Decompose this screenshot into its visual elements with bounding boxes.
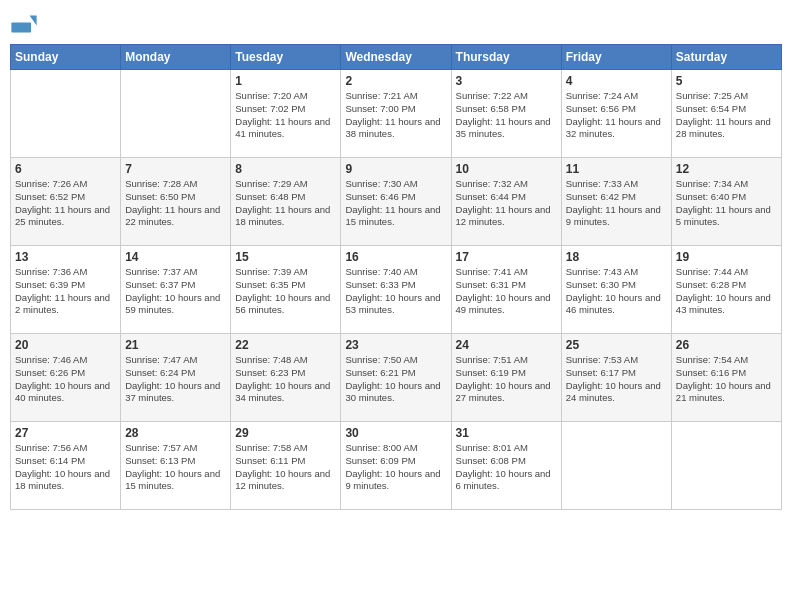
day-number: 31 xyxy=(456,426,557,440)
svg-rect-2 xyxy=(11,23,31,33)
day-cell-20: 20Sunrise: 7:46 AM Sunset: 6:26 PM Dayli… xyxy=(11,334,121,422)
day-number: 14 xyxy=(125,250,226,264)
day-info: Sunrise: 7:37 AM Sunset: 6:37 PM Dayligh… xyxy=(125,266,226,317)
day-cell-1: 1Sunrise: 7:20 AM Sunset: 7:02 PM Daylig… xyxy=(231,70,341,158)
day-number: 17 xyxy=(456,250,557,264)
day-number: 22 xyxy=(235,338,336,352)
day-info: Sunrise: 7:33 AM Sunset: 6:42 PM Dayligh… xyxy=(566,178,667,229)
day-cell-11: 11Sunrise: 7:33 AM Sunset: 6:42 PM Dayli… xyxy=(561,158,671,246)
day-cell-3: 3Sunrise: 7:22 AM Sunset: 6:58 PM Daylig… xyxy=(451,70,561,158)
day-cell-17: 17Sunrise: 7:41 AM Sunset: 6:31 PM Dayli… xyxy=(451,246,561,334)
empty-cell xyxy=(671,422,781,510)
empty-cell xyxy=(561,422,671,510)
day-number: 23 xyxy=(345,338,446,352)
week-row-3: 13Sunrise: 7:36 AM Sunset: 6:39 PM Dayli… xyxy=(11,246,782,334)
day-number: 2 xyxy=(345,74,446,88)
day-info: Sunrise: 7:58 AM Sunset: 6:11 PM Dayligh… xyxy=(235,442,336,493)
day-info: Sunrise: 7:39 AM Sunset: 6:35 PM Dayligh… xyxy=(235,266,336,317)
day-cell-25: 25Sunrise: 7:53 AM Sunset: 6:17 PM Dayli… xyxy=(561,334,671,422)
day-cell-19: 19Sunrise: 7:44 AM Sunset: 6:28 PM Dayli… xyxy=(671,246,781,334)
day-number: 19 xyxy=(676,250,777,264)
day-cell-16: 16Sunrise: 7:40 AM Sunset: 6:33 PM Dayli… xyxy=(341,246,451,334)
day-number: 16 xyxy=(345,250,446,264)
header-monday: Monday xyxy=(121,45,231,70)
day-number: 25 xyxy=(566,338,667,352)
day-number: 28 xyxy=(125,426,226,440)
header-friday: Friday xyxy=(561,45,671,70)
day-number: 11 xyxy=(566,162,667,176)
day-number: 9 xyxy=(345,162,446,176)
day-cell-14: 14Sunrise: 7:37 AM Sunset: 6:37 PM Dayli… xyxy=(121,246,231,334)
day-number: 18 xyxy=(566,250,667,264)
day-cell-13: 13Sunrise: 7:36 AM Sunset: 6:39 PM Dayli… xyxy=(11,246,121,334)
day-info: Sunrise: 8:01 AM Sunset: 6:08 PM Dayligh… xyxy=(456,442,557,493)
day-number: 29 xyxy=(235,426,336,440)
day-cell-18: 18Sunrise: 7:43 AM Sunset: 6:30 PM Dayli… xyxy=(561,246,671,334)
day-number: 12 xyxy=(676,162,777,176)
day-number: 27 xyxy=(15,426,116,440)
header-sunday: Sunday xyxy=(11,45,121,70)
day-info: Sunrise: 7:53 AM Sunset: 6:17 PM Dayligh… xyxy=(566,354,667,405)
calendar-header-row: SundayMondayTuesdayWednesdayThursdayFrid… xyxy=(11,45,782,70)
day-info: Sunrise: 7:22 AM Sunset: 6:58 PM Dayligh… xyxy=(456,90,557,141)
day-cell-5: 5Sunrise: 7:25 AM Sunset: 6:54 PM Daylig… xyxy=(671,70,781,158)
day-info: Sunrise: 7:54 AM Sunset: 6:16 PM Dayligh… xyxy=(676,354,777,405)
day-info: Sunrise: 7:21 AM Sunset: 7:00 PM Dayligh… xyxy=(345,90,446,141)
day-info: Sunrise: 7:47 AM Sunset: 6:24 PM Dayligh… xyxy=(125,354,226,405)
header-thursday: Thursday xyxy=(451,45,561,70)
day-info: Sunrise: 7:20 AM Sunset: 7:02 PM Dayligh… xyxy=(235,90,336,141)
day-info: Sunrise: 7:44 AM Sunset: 6:28 PM Dayligh… xyxy=(676,266,777,317)
day-cell-6: 6Sunrise: 7:26 AM Sunset: 6:52 PM Daylig… xyxy=(11,158,121,246)
day-cell-15: 15Sunrise: 7:39 AM Sunset: 6:35 PM Dayli… xyxy=(231,246,341,334)
day-info: Sunrise: 7:56 AM Sunset: 6:14 PM Dayligh… xyxy=(15,442,116,493)
day-number: 20 xyxy=(15,338,116,352)
day-number: 26 xyxy=(676,338,777,352)
week-row-4: 20Sunrise: 7:46 AM Sunset: 6:26 PM Dayli… xyxy=(11,334,782,422)
empty-cell xyxy=(121,70,231,158)
day-number: 5 xyxy=(676,74,777,88)
day-info: Sunrise: 7:24 AM Sunset: 6:56 PM Dayligh… xyxy=(566,90,667,141)
page-header xyxy=(10,10,782,38)
day-number: 30 xyxy=(345,426,446,440)
day-number: 1 xyxy=(235,74,336,88)
logo-icon xyxy=(10,10,38,38)
day-cell-9: 9Sunrise: 7:30 AM Sunset: 6:46 PM Daylig… xyxy=(341,158,451,246)
day-cell-31: 31Sunrise: 8:01 AM Sunset: 6:08 PM Dayli… xyxy=(451,422,561,510)
day-number: 24 xyxy=(456,338,557,352)
day-info: Sunrise: 7:57 AM Sunset: 6:13 PM Dayligh… xyxy=(125,442,226,493)
day-info: Sunrise: 7:30 AM Sunset: 6:46 PM Dayligh… xyxy=(345,178,446,229)
day-info: Sunrise: 7:36 AM Sunset: 6:39 PM Dayligh… xyxy=(15,266,116,317)
day-cell-24: 24Sunrise: 7:51 AM Sunset: 6:19 PM Dayli… xyxy=(451,334,561,422)
day-number: 15 xyxy=(235,250,336,264)
day-info: Sunrise: 7:43 AM Sunset: 6:30 PM Dayligh… xyxy=(566,266,667,317)
header-tuesday: Tuesday xyxy=(231,45,341,70)
day-info: Sunrise: 7:26 AM Sunset: 6:52 PM Dayligh… xyxy=(15,178,116,229)
day-cell-30: 30Sunrise: 8:00 AM Sunset: 6:09 PM Dayli… xyxy=(341,422,451,510)
day-cell-12: 12Sunrise: 7:34 AM Sunset: 6:40 PM Dayli… xyxy=(671,158,781,246)
day-info: Sunrise: 7:40 AM Sunset: 6:33 PM Dayligh… xyxy=(345,266,446,317)
day-number: 10 xyxy=(456,162,557,176)
header-wednesday: Wednesday xyxy=(341,45,451,70)
day-number: 8 xyxy=(235,162,336,176)
day-info: Sunrise: 8:00 AM Sunset: 6:09 PM Dayligh… xyxy=(345,442,446,493)
day-info: Sunrise: 7:50 AM Sunset: 6:21 PM Dayligh… xyxy=(345,354,446,405)
day-cell-2: 2Sunrise: 7:21 AM Sunset: 7:00 PM Daylig… xyxy=(341,70,451,158)
day-number: 4 xyxy=(566,74,667,88)
header-saturday: Saturday xyxy=(671,45,781,70)
day-info: Sunrise: 7:48 AM Sunset: 6:23 PM Dayligh… xyxy=(235,354,336,405)
day-info: Sunrise: 7:41 AM Sunset: 6:31 PM Dayligh… xyxy=(456,266,557,317)
day-info: Sunrise: 7:46 AM Sunset: 6:26 PM Dayligh… xyxy=(15,354,116,405)
day-cell-29: 29Sunrise: 7:58 AM Sunset: 6:11 PM Dayli… xyxy=(231,422,341,510)
day-cell-4: 4Sunrise: 7:24 AM Sunset: 6:56 PM Daylig… xyxy=(561,70,671,158)
day-cell-10: 10Sunrise: 7:32 AM Sunset: 6:44 PM Dayli… xyxy=(451,158,561,246)
day-info: Sunrise: 7:29 AM Sunset: 6:48 PM Dayligh… xyxy=(235,178,336,229)
day-number: 6 xyxy=(15,162,116,176)
logo xyxy=(10,10,42,38)
day-info: Sunrise: 7:25 AM Sunset: 6:54 PM Dayligh… xyxy=(676,90,777,141)
day-number: 7 xyxy=(125,162,226,176)
day-number: 3 xyxy=(456,74,557,88)
day-number: 21 xyxy=(125,338,226,352)
day-cell-27: 27Sunrise: 7:56 AM Sunset: 6:14 PM Dayli… xyxy=(11,422,121,510)
day-cell-21: 21Sunrise: 7:47 AM Sunset: 6:24 PM Dayli… xyxy=(121,334,231,422)
day-number: 13 xyxy=(15,250,116,264)
